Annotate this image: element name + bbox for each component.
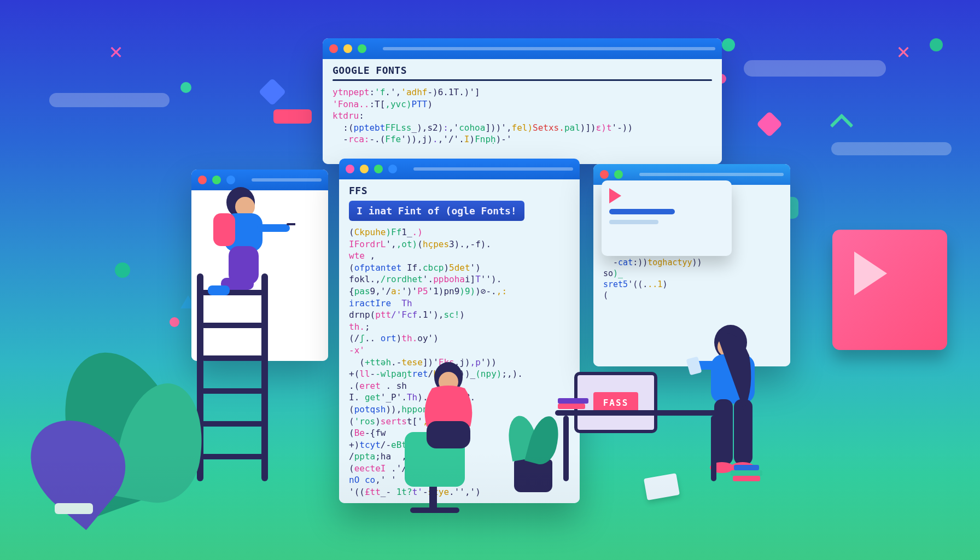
x-icon: ✕ [897, 38, 910, 63]
svg-rect-14 [427, 421, 470, 448]
floor-gradient [0, 451, 980, 560]
x-icon: ✕ [109, 38, 122, 63]
diamond-icon [259, 78, 287, 106]
pill-icon [273, 109, 312, 124]
code-block: ytnpept:'f.','adhf-)6.1T.)']'Fona..:T[,y… [332, 86, 712, 145]
close-icon[interactable] [346, 165, 354, 173]
minimize-icon[interactable] [343, 44, 352, 53]
traffic-lights [600, 170, 623, 179]
media-preview-card [602, 180, 732, 256]
desk [555, 410, 719, 416]
dot-icon[interactable] [388, 165, 397, 173]
banner-button[interactable]: I inat Fint of (ogle Fonts! [349, 201, 524, 221]
traffic-lights [346, 165, 397, 173]
close-icon[interactable] [329, 44, 338, 53]
book-icon [558, 404, 585, 409]
chevron-icon [830, 114, 854, 137]
window-google-fonts: GOOGLE FONTS ytnpept:'f.','adhf-)6.1T.)'… [323, 38, 722, 164]
minimize-icon[interactable] [360, 165, 369, 173]
cloud [744, 60, 886, 77]
play-icon[interactable] [609, 188, 621, 203]
close-icon[interactable] [600, 170, 609, 179]
cloud [49, 93, 170, 107]
diamond-icon [756, 111, 783, 137]
window-body: GOOGLE FONTS ytnpept:'f.','adhf-)6.1T.)'… [323, 59, 722, 164]
svg-rect-6 [208, 285, 230, 295]
title-placeholder [639, 173, 784, 176]
titlebar[interactable] [323, 38, 722, 59]
svg-rect-8 [287, 223, 295, 225]
title-placeholder [383, 47, 715, 50]
traffic-lights [329, 44, 366, 53]
subtitle-bar [609, 220, 658, 224]
window-title: FFS [349, 185, 570, 196]
maximize-icon[interactable] [358, 44, 366, 53]
media-card [832, 230, 947, 350]
illustration-stage: ✕ ✕ GOOGLE FONTS ytnpept:'f.','adhf-)6.1… [0, 0, 980, 560]
maximize-icon[interactable] [374, 165, 383, 173]
titlebar[interactable] [339, 159, 580, 179]
progress-bar[interactable] [609, 209, 675, 214]
maximize-icon[interactable] [614, 170, 623, 179]
svg-rect-19 [686, 357, 702, 376]
svg-rect-7 [257, 224, 290, 232]
dot-icon [115, 262, 130, 278]
svg-rect-3 [213, 213, 235, 246]
dot-icon [722, 38, 735, 51]
title-placeholder [413, 167, 573, 171]
dot-icon [180, 82, 191, 93]
divider [332, 79, 712, 81]
dot-icon [930, 38, 943, 51]
window-title: GOOGLE FONTS [332, 65, 712, 76]
book-icon [558, 398, 588, 404]
person-ladder [175, 180, 295, 323]
cloud [831, 142, 952, 155]
